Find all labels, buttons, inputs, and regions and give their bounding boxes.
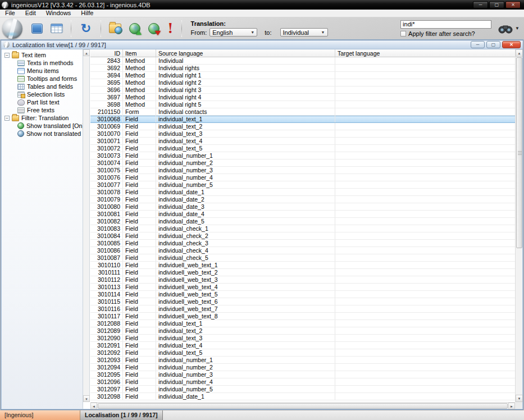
table-row[interactable]: 3010083Fieldindividual_check_1 xyxy=(90,225,515,232)
table-row[interactable]: 3010073Fieldindividual_number_1 xyxy=(90,152,515,159)
table-row[interactable]: 3010072Fieldindividual_text_5 xyxy=(90,145,515,152)
sync-globe-icon[interactable]: ↻ xyxy=(79,22,93,35)
column-header-item[interactable]: Item xyxy=(123,49,156,57)
tree-item[interactable]: Texts in methods xyxy=(2,59,83,67)
apply-filter-checkbox[interactable] xyxy=(400,31,406,36)
folder-globe-icon[interactable] xyxy=(109,24,121,33)
table-row[interactable]: 3010111Fieldindividuell_web_text_2 xyxy=(90,269,515,276)
table-row[interactable]: 3012092Fieldindividual_text_5 xyxy=(90,349,515,357)
table-row[interactable]: 3010116Fieldindividuell_web_text_7 xyxy=(90,305,515,313)
scroll-up-icon[interactable]: ▲ xyxy=(516,49,523,57)
table-row[interactable]: 3697MethodIndividual right 4 xyxy=(90,94,515,101)
tree-item[interactable]: Tooltips and forms xyxy=(2,75,83,83)
scroll-down-icon[interactable]: ▼ xyxy=(83,395,90,402)
table-row[interactable]: 3010112Fieldindividuell_web_text_3 xyxy=(90,276,515,284)
tree-item[interactable]: Free texts xyxy=(2,106,83,114)
caret-down-icon[interactable]: ▼ xyxy=(515,26,520,31)
minimize-button[interactable]: ─ xyxy=(473,1,488,8)
globe-upload-icon[interactable] xyxy=(129,23,140,34)
horizontal-scroll-thumb[interactable] xyxy=(98,403,508,409)
grid-icon[interactable] xyxy=(31,24,43,34)
table-row[interactable]: 3010070Fieldindividual_text_3 xyxy=(90,130,515,138)
vertical-scrollbar[interactable]: ▲ ▼ xyxy=(515,49,522,402)
menu-item-windows[interactable]: Windows xyxy=(41,10,76,17)
table-row[interactable]: 3698MethodIndividual right 5 xyxy=(90,101,515,108)
child-close-button[interactable]: ✕ xyxy=(502,41,521,48)
globe-download-icon[interactable] xyxy=(148,23,160,34)
table-row[interactable]: 3010110Fieldindividuell_web_text_1 xyxy=(90,262,515,269)
table-row[interactable]: 3010115Fieldindividuell_web_text_6 xyxy=(90,298,515,305)
tree-section[interactable]: −Text item xyxy=(2,51,83,59)
table-row[interactable]: 3010075Fieldindividual_number_3 xyxy=(90,167,515,174)
table-row[interactable]: 3012098Fieldindividual_date_1 xyxy=(90,393,515,400)
status-tab-localisation[interactable]: Localisation [1 / 99 / 9917] xyxy=(80,410,163,420)
warning-exclamation-icon[interactable]: ! xyxy=(167,22,174,35)
table-row[interactable]: 3010085Fieldindividual_check_3 xyxy=(90,240,515,247)
scroll-up-icon[interactable]: ▲ xyxy=(83,49,90,56)
table-row[interactable]: 3695MethodIndividual right 2 xyxy=(90,79,515,86)
menu-item-hilfe[interactable]: Hilfe xyxy=(76,10,98,17)
table-row[interactable]: 3696MethodIndividual right 3 xyxy=(90,86,515,94)
child-maximize-button[interactable]: ▢ xyxy=(486,41,500,48)
table-row[interactable]: 2101150FormIndividual contacts xyxy=(90,108,515,116)
tree-item[interactable]: Show not translated [On] xyxy=(2,130,83,138)
scroll-right-icon[interactable]: ► xyxy=(508,403,515,409)
maximize-button[interactable]: ▢ xyxy=(489,1,504,8)
table-row[interactable]: 3010069Fieldindividual_text_2 xyxy=(90,123,515,130)
close-button[interactable]: ✕ xyxy=(505,1,521,8)
horizontal-scrollbar[interactable]: ◄ ► xyxy=(90,402,515,409)
menu-item-edit[interactable]: Edit xyxy=(20,10,41,17)
column-header-id[interactable]: ID xyxy=(90,49,123,57)
child-titlebar[interactable]: Localization list view[1 / 99 / 9917] ─ … xyxy=(1,40,523,49)
table-row[interactable]: 3012088Fieldindividual_text_1 xyxy=(90,320,515,327)
tree-item[interactable]: Selection lists xyxy=(2,90,83,98)
to-language-select[interactable]: Individual ▼ xyxy=(280,28,328,36)
table-row[interactable]: 3010082Fieldindividual_date_5 xyxy=(90,218,515,225)
table-row[interactable]: 3012097Fieldindividual_number_5 xyxy=(90,386,515,393)
child-minimize-button[interactable]: ─ xyxy=(471,41,485,48)
scroll-left-icon[interactable]: ◄ xyxy=(90,403,97,409)
column-header-target-language[interactable]: Target language xyxy=(335,49,515,57)
tree-item[interactable]: Tables and fields xyxy=(2,83,83,90)
table-row[interactable]: 3010113Fieldindividuell_web_text_4 xyxy=(90,284,515,291)
table-row[interactable]: 3010081Fieldindividual_date_4 xyxy=(90,211,515,218)
table-row[interactable]: 3010087Fieldindividual_check_5 xyxy=(90,254,515,262)
table-row[interactable]: 3694MethodIndividual right 1 xyxy=(90,72,515,79)
tree-item[interactable]: Part list text xyxy=(2,98,83,106)
tree-scrollbar[interactable]: ▲ ▼ xyxy=(83,49,90,402)
table-row[interactable]: 3010076Fieldindividual_number_4 xyxy=(90,174,515,181)
tree-expander-icon[interactable]: − xyxy=(4,116,10,121)
table-row[interactable]: 3012090Fieldindividual_text_3 xyxy=(90,335,515,342)
table-row[interactable]: 2843MethodIndividual xyxy=(90,57,515,65)
binoculars-icon[interactable] xyxy=(498,24,513,34)
menu-item-file[interactable]: File xyxy=(0,10,20,17)
table-row[interactable]: 3012093Fieldindividual_number_1 xyxy=(90,357,515,364)
table-row[interactable]: 3010079Fieldindividual_date_2 xyxy=(90,196,515,203)
scroll-down-icon[interactable]: ▼ xyxy=(516,395,523,402)
table-row[interactable]: 3012094Fieldindividual_number_2 xyxy=(90,364,515,371)
table-row[interactable]: 3010114Fieldindividuell_web_text_5 xyxy=(90,291,515,298)
table-icon[interactable] xyxy=(51,24,63,33)
search-input[interactable] xyxy=(400,20,491,29)
tree-item[interactable]: Menu items xyxy=(2,67,83,75)
table-row[interactable]: 3010068Fieldindividual_text_1 xyxy=(90,116,515,123)
table-row[interactable]: 3010084Fieldindividual_check_2 xyxy=(90,232,515,240)
table-row[interactable]: 3012089Fieldindividual_text_2 xyxy=(90,327,515,335)
tree-item[interactable]: Show translated [On] xyxy=(2,122,83,130)
table-row[interactable]: 3010077Fieldindividual_number_5 xyxy=(90,181,515,189)
table-row[interactable]: 3010080Fieldindividual_date_3 xyxy=(90,203,515,211)
table-row[interactable]: 3010078Fieldindividual_date_1 xyxy=(90,189,515,196)
table-row[interactable]: 3010086Fieldindividual_check_4 xyxy=(90,247,515,254)
tree-section[interactable]: −Filter: Translation xyxy=(2,114,83,122)
tree-expander-icon[interactable]: − xyxy=(4,53,10,58)
table-row[interactable]: 3012091Fieldindividual_text_4 xyxy=(90,342,515,349)
table-row[interactable]: 3010117Fieldindividuell_web_text_8 xyxy=(90,313,515,320)
table-row[interactable]: 3692MethodIndividual rights xyxy=(90,65,515,72)
table-row[interactable]: 3012096Fieldindividual_number_4 xyxy=(90,378,515,386)
table-row[interactable]: 3010074Fieldindividual_number_2 xyxy=(90,159,515,167)
column-header-source-language[interactable]: Source language xyxy=(156,49,335,57)
table-row[interactable]: 3010071Fieldindividual_text_4 xyxy=(90,138,515,145)
from-language-select[interactable]: English ▼ xyxy=(209,28,257,36)
table-row[interactable]: 3012095Fieldindividual_number_3 xyxy=(90,371,515,378)
status-tab-ingenious[interactable]: [Ingenious] xyxy=(0,410,80,420)
